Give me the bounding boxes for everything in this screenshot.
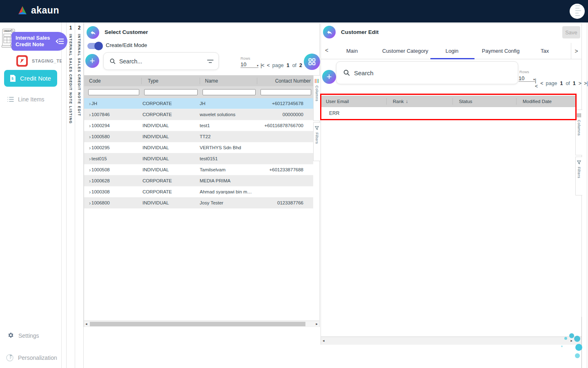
rail-tab-label: Filters <box>315 132 319 144</box>
tabs-scroll-right[interactable]: > <box>571 43 581 59</box>
gear-icon <box>7 332 14 339</box>
tab-main[interactable]: Main <box>346 48 358 54</box>
add-login-button[interactable]: + <box>322 70 336 84</box>
scroll-left-icon[interactable]: ◂ <box>85 322 87 326</box>
filter-input-code[interactable] <box>88 89 139 95</box>
akaun-triangle-icon <box>17 5 28 16</box>
table-row[interactable]: › 1000295 INDIVIDUAL VERTHYS Sdn Bhd <box>84 142 313 153</box>
grid-view-button[interactable] <box>304 54 320 70</box>
prev-page-icon[interactable]: < <box>540 81 543 86</box>
tab-customer-category[interactable]: Customer Category <box>382 48 428 54</box>
filters-rail-tab[interactable]: Filters <box>575 157 582 195</box>
workspace-tab-listing[interactable]: 1 INTERNAL SALES CREDIT NOTE LISTING <box>67 22 75 368</box>
column-header-rank[interactable]: Rank ↓ <box>386 98 452 105</box>
row-expand-icon[interactable]: › <box>84 145 91 151</box>
table-row[interactable]: › test015 INDIVIDUAL test0151 <box>84 153 313 164</box>
customer-search-input[interactable] <box>119 58 204 65</box>
customer-edit-tabbar: < Main Customer Category Login Payment C… <box>321 43 581 59</box>
plus-icon: + <box>90 56 95 66</box>
module-title: Internal Sales Credit Note <box>16 35 55 48</box>
table-row[interactable]: › JH CORPORATE JH +60127345678 <box>84 98 313 109</box>
tabs-scroll-left-icon[interactable]: < <box>325 47 328 54</box>
table-row[interactable]: › 1000628 CORPORATE MEDIA PRIMA <box>84 175 313 186</box>
plus-icon: + <box>327 72 332 82</box>
table-row[interactable]: › 1000308 CORPORATE Ahmad syarqawi bin m… <box>84 186 313 197</box>
column-header-type[interactable]: Type <box>141 78 200 84</box>
row-expand-icon[interactable]: › <box>84 167 91 173</box>
scroll-left-icon[interactable]: ◂ <box>323 339 325 343</box>
sidebar-item-personalization[interactable]: Personalization <box>6 354 57 362</box>
row-expand-icon[interactable]: › <box>84 134 91 140</box>
row-expand-icon[interactable]: › <box>84 189 91 195</box>
sidebar-module-internal-sales-credit-note[interactable]: Internal Sales Credit Note <box>11 32 67 51</box>
table-row[interactable]: ERR <box>321 107 575 119</box>
columns-rail-tab[interactable]: Columns <box>313 75 320 121</box>
workspace-tab-edit[interactable]: 2 INTERNAL SALES CREDIT NOTE EDIT <box>75 22 84 368</box>
rows-per-page-value: 10 <box>241 61 246 67</box>
first-page-icon[interactable]: |< <box>535 78 537 89</box>
toggle-knob <box>94 42 103 50</box>
row-expand-icon[interactable]: › <box>84 101 91 107</box>
sidebar-item-settings[interactable]: Settings <box>7 332 39 339</box>
customer-table-hscrollbar[interactable]: ◂ ▸ <box>84 321 319 327</box>
column-header-code[interactable]: Code <box>84 78 141 84</box>
funnel-icon <box>315 126 319 130</box>
scroll-right-icon[interactable]: ▸ <box>316 322 318 326</box>
prev-page-icon[interactable]: < <box>267 63 270 68</box>
scroll-right-icon[interactable]: ▸ <box>570 339 572 343</box>
filter-list-icon[interactable] <box>207 59 214 64</box>
login-table-hscrollbar[interactable]: ◂ ▸ <box>321 337 581 345</box>
bubble-dot <box>561 346 563 347</box>
tab-payment-config[interactable]: Payment Config <box>482 48 520 54</box>
sidebar-item-label: Line Items <box>18 96 45 103</box>
table-row[interactable]: › 1000294 INDIVIDUAL test1 +601168787667… <box>84 120 313 131</box>
cell-name: wavelet solutions <box>195 112 252 117</box>
customer-search-box <box>103 52 219 70</box>
column-label: Rank <box>393 99 404 104</box>
filters-rail-tab[interactable]: Filters <box>313 122 320 161</box>
tab-tax[interactable]: Tax <box>541 48 549 54</box>
table-row[interactable]: › 1007846 CORPORATE wavelet solutions 00… <box>84 109 313 120</box>
scrollbar-thumb[interactable] <box>90 322 305 326</box>
collapse-menu-icon[interactable] <box>56 37 65 46</box>
sidebar-item-line-items[interactable]: Line Items <box>7 96 45 103</box>
columns-rail-tab[interactable]: Columns <box>575 110 582 155</box>
sidebar-item-credit-note[interactable]: $ Credit Note <box>4 70 57 87</box>
table-row[interactable]: › 1000508 INDIVIDUAL Tamilselvam +601233… <box>84 164 313 175</box>
next-page-icon[interactable]: > <box>579 81 581 86</box>
save-button[interactable]: Save <box>562 26 580 38</box>
user-avatar[interactable] <box>570 4 585 19</box>
row-expand-icon[interactable]: › <box>84 123 91 129</box>
back-button[interactable] <box>87 26 99 39</box>
first-page-icon[interactable]: |< <box>261 63 264 68</box>
table-row[interactable]: › 1006800 INDIVIDUAL Josy Tester 0123387… <box>84 197 313 209</box>
column-header-modified-date[interactable]: Modified Date <box>516 98 575 105</box>
column-header-status[interactable]: Status <box>452 98 516 105</box>
filter-input-type[interactable] <box>144 89 198 95</box>
row-expand-icon[interactable]: › <box>84 200 91 206</box>
rows-per-page-select[interactable]: 10 ▾ <box>519 75 535 82</box>
create-edit-mode-toggle[interactable] <box>87 43 101 49</box>
cell-name: VERTHYS Sdn Bhd <box>195 145 252 150</box>
cell-code: 1000295 <box>91 145 136 150</box>
rows-per-page-label: Rows <box>519 70 529 74</box>
cell-code: 1007846 <box>91 112 136 117</box>
workspace-tab-index: 1 <box>67 25 75 31</box>
row-expand-icon[interactable]: › <box>84 156 91 162</box>
row-expand-icon[interactable]: › <box>84 178 91 184</box>
login-search-input[interactable] <box>354 70 512 76</box>
back-button[interactable] <box>323 26 336 38</box>
cell-type: INDIVIDUAL <box>136 200 195 205</box>
row-expand-icon[interactable]: › <box>84 112 91 118</box>
tab-login[interactable]: Login <box>445 48 459 54</box>
filter-input-name[interactable] <box>203 89 256 95</box>
column-header-contact[interactable]: Contact Number <box>257 78 313 84</box>
table-row[interactable]: › 1000580 INDIVIDUAL TT22 <box>84 131 313 142</box>
cell-code: 1000294 <box>91 123 136 128</box>
column-header-name[interactable]: Name <box>200 78 257 84</box>
filter-input-contact[interactable] <box>261 89 311 95</box>
column-header-user-email[interactable]: User Email <box>321 98 386 105</box>
rows-per-page-select[interactable]: 10 ▾ <box>241 61 258 68</box>
add-customer-button[interactable]: + <box>85 54 99 68</box>
cell-code: 1000508 <box>91 167 136 172</box>
